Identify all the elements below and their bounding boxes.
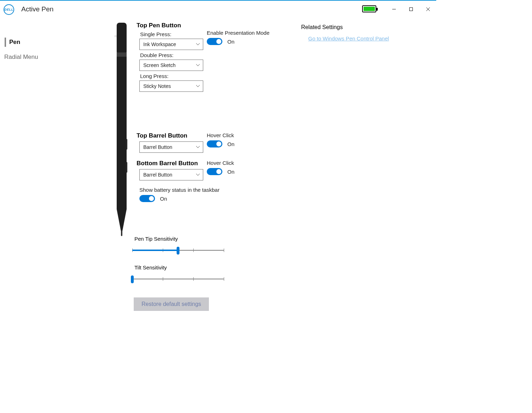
svg-rect-5 [117, 23, 127, 55]
dropdown-bottom-barrel[interactable]: Barrel Button [139, 169, 203, 180]
maximize-button[interactable] [403, 4, 419, 15]
dropdown-long-press[interactable]: Sticky Notes [139, 80, 203, 92]
label-hover-click-bottom: Hover Click [207, 160, 234, 166]
svg-rect-11 [121, 230, 122, 236]
link-windows-pen-control-panel[interactable]: Go to Windows Pen Control Panel [301, 35, 389, 41]
toggle-hover-click-bottom[interactable] [207, 168, 222, 175]
app-title: Active Pen [21, 5, 54, 13]
toggle-hover-click-top[interactable] [207, 140, 222, 147]
svg-point-4 [115, 35, 117, 38]
dropdown-value: Barrel Button [143, 172, 172, 178]
battery-icon [362, 5, 376, 12]
dropdown-single-press[interactable]: Ink Workspace [139, 39, 203, 50]
label-single-press: Single Press: [140, 31, 207, 37]
restore-defaults-button[interactable]: Restore default settings [134, 297, 209, 311]
section-title-top-barrel: Top Barrel Button [137, 132, 207, 139]
minimize-button[interactable] [386, 4, 402, 15]
chevron-down-icon [193, 81, 203, 91]
label-show-battery: Show battery status in the taskbar [139, 187, 286, 193]
chevron-down-icon [193, 142, 203, 152]
svg-rect-8 [126, 139, 127, 150]
sidebar-item-label: Pen [9, 39, 20, 46]
dropdown-value: Screen Sketch [143, 62, 176, 68]
section-title-top-pen: Top Pen Button [137, 22, 207, 29]
dropdown-top-barrel[interactable]: Barrel Button [139, 141, 203, 153]
label-tip-sensitivity: Pen Tip Sensitivity [134, 236, 286, 242]
svg-marker-10 [117, 209, 127, 231]
toggle-state: On [227, 39, 234, 45]
chevron-down-icon [193, 169, 203, 180]
sidebar-item-radial-menu[interactable]: Radial Menu [0, 50, 105, 65]
dropdown-double-press[interactable]: Screen Sketch [139, 60, 203, 71]
dropdown-value: Sticky Notes [143, 83, 171, 89]
toggle-state: On [227, 169, 234, 175]
slider-tilt-sensitivity[interactable] [132, 274, 224, 285]
close-button[interactable] [420, 4, 436, 15]
related-settings-heading: Related Settings [301, 24, 389, 30]
pen-image [114, 22, 129, 240]
label-hover-click-top: Hover Click [207, 132, 234, 138]
sidebar-item-pen[interactable]: Pen [0, 35, 105, 50]
toggle-presentation-mode[interactable] [207, 38, 222, 45]
label-presentation-mode: Enable Presentation Mode [207, 30, 270, 36]
svg-rect-7 [117, 57, 127, 209]
label-double-press: Double Press: [140, 52, 207, 58]
section-title-bottom-barrel: Bottom Barrel Button [137, 160, 207, 167]
svg-rect-9 [126, 162, 127, 173]
label-long-press: Long Press: [140, 73, 207, 79]
dell-logo-icon: DELL [4, 4, 14, 15]
sidebar-item-label: Radial Menu [4, 54, 38, 61]
toggle-state: On [227, 141, 234, 147]
window: DELL Active Pen Pen Radial Menu [0, 0, 436, 311]
svg-rect-1 [410, 8, 413, 11]
dropdown-value: Barrel Button [143, 144, 172, 150]
sidebar: Pen Radial Menu [0, 18, 105, 311]
slider-tip-sensitivity[interactable] [132, 245, 224, 256]
label-tilt-sensitivity: Tilt Sensitivity [134, 264, 286, 270]
svg-rect-6 [117, 52, 127, 57]
titlebar: DELL Active Pen [0, 1, 436, 18]
dropdown-value: Ink Workspace [143, 41, 176, 47]
chevron-down-icon [193, 39, 203, 50]
toggle-show-battery[interactable] [139, 195, 155, 202]
chevron-down-icon [193, 60, 203, 71]
toggle-state: On [160, 196, 167, 202]
